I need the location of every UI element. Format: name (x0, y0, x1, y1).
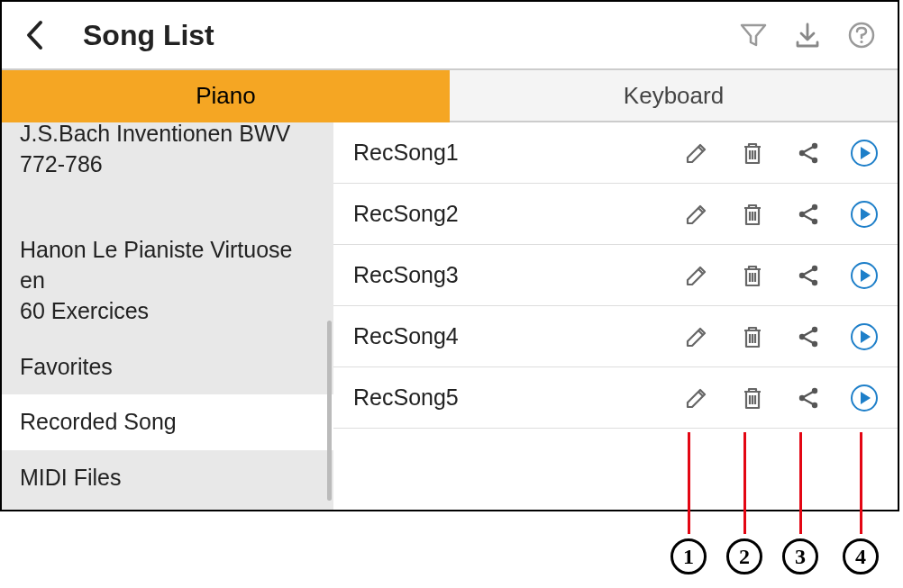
sidebar-item-label: Hanon Le Pianiste Virtuose en 60 Exercic… (20, 237, 293, 323)
sidebar-item-favorites[interactable]: Favorites (2, 339, 333, 395)
delete-button[interactable] (737, 138, 768, 168)
song-actions (681, 199, 880, 230)
delete-button[interactable] (737, 383, 768, 413)
share-button[interactable] (793, 199, 824, 230)
song-name: RecSong3 (353, 262, 681, 288)
play-button[interactable] (849, 199, 880, 230)
song-actions (681, 383, 880, 413)
svg-marker-22 (861, 330, 871, 343)
share-button[interactable] (793, 383, 824, 413)
edit-button[interactable] (681, 383, 712, 413)
filter-button[interactable] (737, 19, 770, 51)
trash-icon (740, 202, 765, 227)
sidebar-item-label: Favorites (20, 354, 113, 379)
edit-button[interactable] (681, 199, 712, 230)
pencil-icon (684, 140, 709, 166)
song-actions (681, 321, 880, 352)
song-name: RecSong5 (353, 384, 681, 411)
scrollbar-thumb[interactable] (327, 321, 332, 501)
song-actions (681, 260, 880, 291)
page-title: Song List (83, 19, 737, 52)
tab-keyboard[interactable]: Keyboard (450, 70, 898, 122)
trash-icon (740, 324, 765, 349)
header-bar: Song List (2, 2, 898, 70)
pencil-icon (684, 385, 709, 411)
svg-point-2 (860, 41, 862, 43)
download-button[interactable] (791, 19, 824, 51)
filter-icon (739, 21, 768, 50)
song-row: RecSong2 (333, 184, 898, 245)
callout-number: 1 (670, 538, 707, 574)
delete-button[interactable] (737, 321, 768, 352)
play-button[interactable] (849, 321, 880, 352)
callout-number: 2 (726, 538, 762, 574)
play-button[interactable] (849, 260, 880, 291)
pencil-icon (684, 202, 709, 227)
pencil-icon (684, 263, 709, 288)
content-area: J.S.Bach Inventionen BWV 772-786 Hanon L… (2, 122, 898, 510)
delete-button[interactable] (737, 199, 768, 230)
svg-marker-27 (861, 392, 871, 404)
song-name: RecSong1 (353, 140, 681, 166)
trash-icon (740, 140, 765, 166)
play-button[interactable] (849, 383, 880, 413)
song-list: RecSong1 RecSong2 RecSong3 (333, 122, 898, 510)
play-icon (850, 322, 879, 351)
share-button[interactable] (793, 138, 824, 168)
sidebar-item-label: J.S.Bach Inventionen BWV 772-786 (20, 122, 290, 176)
trash-icon (740, 385, 765, 411)
tab-piano[interactable]: Piano (2, 70, 450, 122)
help-icon (847, 21, 876, 50)
callout-number: 3 (782, 538, 818, 574)
tab-label: Keyboard (624, 82, 724, 110)
svg-marker-12 (861, 208, 871, 221)
play-button[interactable] (849, 138, 880, 168)
edit-button[interactable] (681, 138, 712, 168)
play-icon (850, 139, 879, 167)
svg-marker-7 (861, 147, 871, 159)
song-name: RecSong4 (353, 323, 681, 349)
song-name: RecSong2 (353, 201, 681, 227)
share-icon (796, 324, 821, 349)
sidebar: J.S.Bach Inventionen BWV 772-786 Hanon L… (2, 122, 333, 510)
share-icon (796, 202, 821, 227)
share-icon (796, 263, 821, 288)
share-button[interactable] (793, 321, 824, 352)
play-icon (850, 200, 879, 229)
edit-button[interactable] (681, 321, 712, 352)
tab-label: Piano (196, 82, 256, 110)
sidebar-item-midi-files[interactable]: MIDI Files (2, 450, 333, 506)
app-window: Song List Piano (0, 0, 899, 511)
download-icon (793, 21, 822, 50)
song-row: RecSong3 (333, 245, 898, 306)
share-button[interactable] (793, 260, 824, 291)
song-row: RecSong5 (333, 367, 898, 429)
sidebar-item-recorded-song[interactable]: Recorded Song (2, 394, 333, 450)
share-icon (796, 140, 821, 166)
callout-number: 4 (843, 538, 879, 574)
tab-bar: Piano Keyboard (2, 70, 898, 122)
song-row: RecSong1 (333, 122, 898, 184)
play-icon (850, 384, 879, 412)
back-button[interactable] (13, 14, 56, 57)
song-row: RecSong4 (333, 306, 898, 367)
share-icon (796, 385, 821, 411)
sidebar-item-bach[interactable]: J.S.Bach Inventionen BWV 772-786 (2, 122, 333, 193)
pencil-icon (684, 324, 709, 349)
song-actions (681, 138, 880, 168)
sidebar-item-hanon[interactable]: Hanon Le Pianiste Virtuose en 60 Exercic… (2, 193, 333, 339)
svg-marker-0 (742, 25, 765, 45)
sidebar-item-label: MIDI Files (20, 465, 122, 490)
edit-button[interactable] (681, 260, 712, 291)
delete-button[interactable] (737, 260, 768, 291)
svg-marker-17 (861, 269, 871, 282)
trash-icon (740, 263, 765, 288)
chevron-left-icon (24, 20, 44, 50)
sidebar-item-label: Recorded Song (20, 409, 177, 434)
header-actions (737, 19, 878, 51)
play-icon (850, 261, 879, 290)
help-button[interactable] (845, 19, 878, 51)
